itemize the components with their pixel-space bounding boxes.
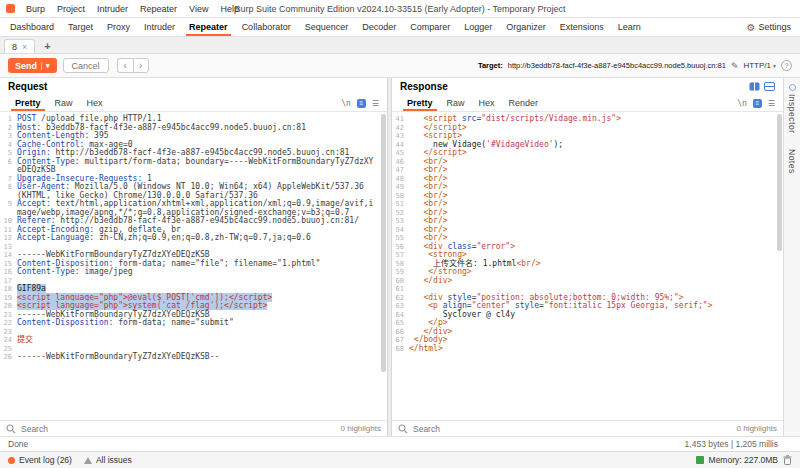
line-number: 24: [0, 336, 17, 345]
response-search-input[interactable]: [413, 424, 732, 434]
line-number: 16: [0, 268, 17, 277]
line-number: 25: [0, 345, 17, 354]
tab-comparer[interactable]: Comparer: [403, 18, 457, 36]
request-panel: Request PrettyRawHex \n ≡ ☰ 1POST /uploa…: [0, 78, 388, 436]
line-number: 11: [0, 226, 17, 235]
tab-intruder[interactable]: Intruder: [137, 18, 182, 36]
request-search-bar: 0 highlights: [0, 420, 387, 436]
request-view-raw[interactable]: Raw: [48, 95, 80, 111]
request-view-pretty[interactable]: Pretty: [8, 95, 48, 111]
code-line: 9Accept: text/html,application/xhtml+xml…: [0, 200, 387, 217]
line-number: 44: [392, 141, 409, 150]
code-line: 46 <br/>: [392, 158, 783, 167]
editor-menu-icon[interactable]: ☰: [372, 99, 379, 108]
history-nav: ‹ ›: [117, 58, 149, 73]
inspector-icon: [789, 84, 796, 91]
sidebar-item-notes[interactable]: Notes: [787, 149, 797, 174]
history-forward-button[interactable]: ›: [133, 58, 149, 73]
code-line: 68</html>: [392, 345, 783, 354]
code-line: 12Accept-Language: zh-CN,zh;q=0.9,en;q=0…: [0, 234, 387, 243]
line-number: 54: [392, 226, 409, 235]
close-tab-icon[interactable]: ×: [22, 42, 27, 52]
cancel-button[interactable]: Cancel: [63, 58, 109, 73]
add-tab-button[interactable]: +: [38, 41, 56, 53]
help-icon[interactable]: ?: [781, 60, 792, 71]
request-scrollbar[interactable]: [381, 114, 386, 418]
menu-project[interactable]: Project: [51, 4, 91, 14]
scrollbar-thumb[interactable]: [777, 114, 782, 251]
code-line: 60 </div>: [392, 277, 783, 286]
edit-target-icon[interactable]: ✎: [731, 61, 739, 71]
menu-view[interactable]: View: [183, 4, 214, 14]
repeater-tab-bar: 8 × +: [0, 37, 800, 54]
line-number: 63: [392, 302, 409, 311]
tab-logger[interactable]: Logger: [457, 18, 499, 36]
sidebar-item-inspector[interactable]: Inspector: [787, 84, 797, 133]
trash-icon[interactable]: [783, 455, 792, 465]
code-line: 48 <br/>: [392, 175, 783, 184]
tab-organizer[interactable]: Organizer: [499, 18, 553, 36]
response-view-hex[interactable]: Hex: [472, 95, 502, 111]
menu-repeater[interactable]: Repeater: [134, 4, 183, 14]
line-number: 4: [0, 141, 17, 150]
editor-menu-icon[interactable]: ☰: [768, 99, 775, 108]
history-back-button[interactable]: ‹: [117, 58, 133, 73]
all-issues-button[interactable]: All issues: [84, 455, 132, 465]
line-number: 60: [392, 277, 409, 286]
menu-items: BurpProjectIntruderRepeaterViewHelp: [20, 4, 245, 14]
memory-label: Memory: 227.0MB: [709, 455, 778, 465]
code-line: 45 </script>: [392, 149, 783, 158]
settings-button[interactable]: ⚙ Settings: [741, 18, 798, 36]
response-view-render[interactable]: Render: [502, 95, 546, 111]
response-view-raw[interactable]: Raw: [440, 95, 472, 111]
code-line: 26------WebKitFormBoundaryTyZ7dzXYeDEQzK…: [0, 353, 387, 362]
response-view-pretty[interactable]: Pretty: [400, 95, 440, 111]
tab-dashboard[interactable]: Dashboard: [3, 18, 61, 36]
scrollbar-thumb[interactable]: [381, 114, 386, 372]
tab-learn[interactable]: Learn: [611, 18, 648, 36]
target-cluster: Target: http://b3eddb78-facf-4f3e-a887-e…: [478, 60, 792, 71]
line-number: 67: [392, 336, 409, 345]
tab-target[interactable]: Target: [61, 18, 100, 36]
line-number: 45: [392, 149, 409, 158]
line-number: 20: [0, 302, 17, 311]
menu-burp[interactable]: Burp: [20, 4, 51, 14]
send-dropdown-icon[interactable]: ▾: [41, 62, 50, 70]
tab-proxy[interactable]: Proxy: [100, 18, 137, 36]
line-number: 47: [392, 166, 409, 175]
response-scrollbar[interactable]: [777, 114, 782, 418]
line-number: 46: [392, 158, 409, 167]
repeater-tab-8[interactable]: 8 ×: [4, 39, 35, 53]
http-version-label: HTTP/1: [743, 61, 771, 70]
tab-repeater[interactable]: Repeater: [182, 18, 235, 36]
notes-label: Notes: [787, 149, 797, 174]
response-header: Response: [392, 78, 783, 95]
request-search-input[interactable]: [21, 424, 336, 434]
window-title: Burp Suite Community Edition v2024.10-33…: [235, 4, 566, 14]
request-editor[interactable]: 1POST /upload_file.php HTTP/1.12Host: b3…: [0, 112, 387, 420]
http-version-selector[interactable]: HTTP/1 ▾: [743, 61, 776, 70]
event-log-button[interactable]: Event log (26): [8, 455, 72, 465]
tab-decoder[interactable]: Decoder: [355, 18, 403, 36]
newline-toggle-icon[interactable]: \n: [737, 99, 747, 108]
layout-columns-icon[interactable]: [749, 81, 760, 92]
target-url: http://b3eddb78-facf-4f3e-a887-e945bc4ac…: [508, 61, 726, 70]
line-number: 56: [392, 243, 409, 252]
byte-view-icon[interactable]: ≡: [753, 99, 762, 108]
line-number: 26: [0, 353, 17, 362]
layout-rows-icon[interactable]: [764, 81, 775, 92]
newline-toggle-icon[interactable]: \n: [341, 99, 351, 108]
menu-bar: BurpProjectIntruderRepeaterViewHelp Burp…: [0, 0, 800, 18]
send-button[interactable]: Send ▾: [8, 58, 57, 73]
gear-icon: ⚙: [747, 22, 756, 33]
response-viewer[interactable]: 41 <script src="dist/scripts/Vidage.min.…: [392, 112, 783, 420]
tab-sequencer[interactable]: Sequencer: [298, 18, 356, 36]
chevron-down-icon: ▾: [773, 62, 776, 69]
line-number: 66: [392, 328, 409, 337]
request-view-hex[interactable]: Hex: [80, 95, 110, 111]
byte-view-icon[interactable]: ≡: [357, 99, 366, 108]
tab-collaborator[interactable]: Collaborator: [235, 18, 298, 36]
tab-extensions[interactable]: Extensions: [553, 18, 611, 36]
response-editor-icons: \n ≡ ☰: [737, 95, 775, 111]
menu-intruder[interactable]: Intruder: [91, 4, 134, 14]
